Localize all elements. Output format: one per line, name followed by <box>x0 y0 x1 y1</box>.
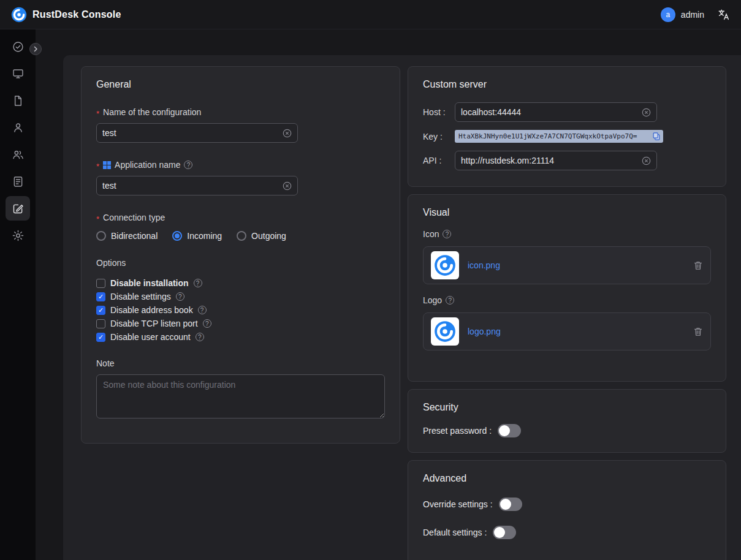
advanced-title: Advanced <box>423 473 711 484</box>
sidebar-item-audit-log[interactable] <box>6 169 30 194</box>
checkbox-disable-installation[interactable]: Disable installation <box>96 276 385 290</box>
clear-icon[interactable] <box>283 129 292 138</box>
default-settings-toggle[interactable] <box>493 526 516 539</box>
key-value: HtaXBkJNHyn0e1U1jWXze7A7CN7QTGWqxkOtpaVp… <box>458 132 650 140</box>
host-input[interactable] <box>461 107 642 117</box>
visual-title: Visual <box>423 207 711 218</box>
radio-circle[interactable] <box>96 231 106 241</box>
monitor-icon <box>12 67 25 80</box>
journal-icon <box>12 175 25 188</box>
help-icon[interactable] <box>198 306 207 314</box>
translate-icon[interactable] <box>718 9 730 21</box>
radio-label: Bidirectional <box>111 231 158 241</box>
logo-preview <box>431 317 459 346</box>
checkbox-box[interactable] <box>96 333 105 342</box>
sidebar-item-documents[interactable] <box>6 88 30 113</box>
required-asterisk: * <box>96 162 99 170</box>
clear-icon[interactable] <box>283 181 292 191</box>
help-icon[interactable] <box>446 296 454 305</box>
help-icon[interactable] <box>203 319 211 328</box>
logo-label: Logo <box>423 295 442 305</box>
connection-type-label: * Connection type <box>96 213 385 222</box>
preset-password-row: Preset password : <box>423 424 711 437</box>
checkbox-box[interactable] <box>96 319 105 328</box>
sidebar-item-users[interactable] <box>6 115 30 140</box>
user-menu[interactable]: a admin <box>661 7 704 22</box>
application-name-input[interactable] <box>102 181 283 191</box>
custom-server-card: Custom server Host : <box>408 66 726 187</box>
logo-label-row: Logo <box>423 295 711 305</box>
rustdesk-console-app: RustDesk Console a admin <box>0 0 741 560</box>
clear-icon[interactable] <box>642 156 651 165</box>
sidebar-expand-button[interactable] <box>29 43 42 55</box>
help-icon[interactable] <box>176 292 184 301</box>
key-label: Key : <box>423 132 455 142</box>
advanced-card: Advanced Override settings : Default set… <box>408 460 726 560</box>
trash-icon[interactable] <box>693 260 703 271</box>
icon-label-row: Icon <box>423 229 711 239</box>
topbar-right: a admin <box>661 7 730 22</box>
api-row: API : <box>423 151 711 170</box>
host-row: Host : <box>423 102 711 122</box>
checkbox-disable-address-book[interactable]: Disable address book <box>96 303 385 317</box>
api-input[interactable] <box>461 156 642 165</box>
clear-icon[interactable] <box>642 108 651 117</box>
radio-bidirectional[interactable]: Bidirectional <box>96 231 158 241</box>
icon-file-link[interactable]: icon.png <box>468 260 500 270</box>
trash-icon[interactable] <box>693 327 703 337</box>
radio-incoming[interactable]: Incoming <box>172 231 222 241</box>
edit-square-icon <box>12 202 25 215</box>
custom-server-title: Custom server <box>423 79 711 90</box>
checkbox-box[interactable] <box>96 279 105 288</box>
help-icon[interactable] <box>196 333 204 341</box>
general-card: General * Name of the configuration <box>81 66 400 444</box>
checkbox-label: Disable address book <box>110 305 193 315</box>
check-circle-icon <box>12 40 25 53</box>
checkbox-label: Disable installation <box>110 278 189 288</box>
sidebar-item-status[interactable] <box>6 34 30 59</box>
config-name-input[interactable] <box>102 128 283 138</box>
api-input-wrap <box>455 151 657 170</box>
key-value-box[interactable]: HtaXBkJNHyn0e1U1jWXze7A7CN7QTGWqxkOtpaVp… <box>455 130 663 143</box>
default-settings-row: Default settings : <box>423 526 711 539</box>
connection-type-radios: Bidirectional Incoming Outgoing <box>96 231 385 241</box>
topbar: RustDesk Console a admin <box>0 0 741 29</box>
sidebar-item-custom-clients[interactable] <box>6 196 30 221</box>
avatar[interactable]: a <box>661 7 675 22</box>
checkbox-disable-user-account[interactable]: Disable user account <box>96 330 385 344</box>
content-columns: General * Name of the configuration <box>63 55 741 560</box>
help-icon[interactable] <box>443 230 451 238</box>
rustdesk-logo-icon <box>11 7 27 23</box>
icon-upload-box: icon.png <box>423 246 711 284</box>
api-label: API : <box>423 156 455 165</box>
preset-password-toggle[interactable] <box>498 424 521 437</box>
override-settings-label: Override settings : <box>423 499 493 509</box>
checkbox-box[interactable] <box>96 292 105 301</box>
radio-label: Incoming <box>187 231 222 241</box>
radio-circle[interactable] <box>172 231 182 241</box>
override-settings-row: Override settings : <box>423 498 711 511</box>
checkbox-disable-tcp-listen-port[interactable]: Disable TCP listen port <box>96 317 385 330</box>
help-icon[interactable] <box>194 279 202 287</box>
main-panel: General * Name of the configuration <box>63 55 741 560</box>
sidebar-item-devices[interactable] <box>6 61 30 86</box>
note-label: Note <box>96 358 385 368</box>
radio-outgoing[interactable]: Outgoing <box>237 231 286 241</box>
security-title: Security <box>423 402 711 413</box>
checkbox-box[interactable] <box>96 306 105 315</box>
note-textarea[interactable] <box>96 374 385 418</box>
required-asterisk: * <box>96 215 99 223</box>
radio-circle[interactable] <box>237 231 246 241</box>
help-icon[interactable] <box>184 161 192 169</box>
user-icon <box>12 121 25 134</box>
checkbox-disable-settings[interactable]: Disable settings <box>96 290 385 303</box>
preset-password-label: Preset password : <box>423 426 492 436</box>
sidebar <box>0 29 36 560</box>
sidebar-item-groups[interactable] <box>6 142 30 167</box>
required-asterisk: * <box>96 110 99 118</box>
sidebar-item-settings[interactable] <box>6 223 30 248</box>
override-settings-toggle[interactable] <box>499 498 522 511</box>
copy-icon[interactable] <box>652 132 661 141</box>
brand: RustDesk Console <box>11 7 121 23</box>
logo-file-link[interactable]: logo.png <box>468 327 501 336</box>
